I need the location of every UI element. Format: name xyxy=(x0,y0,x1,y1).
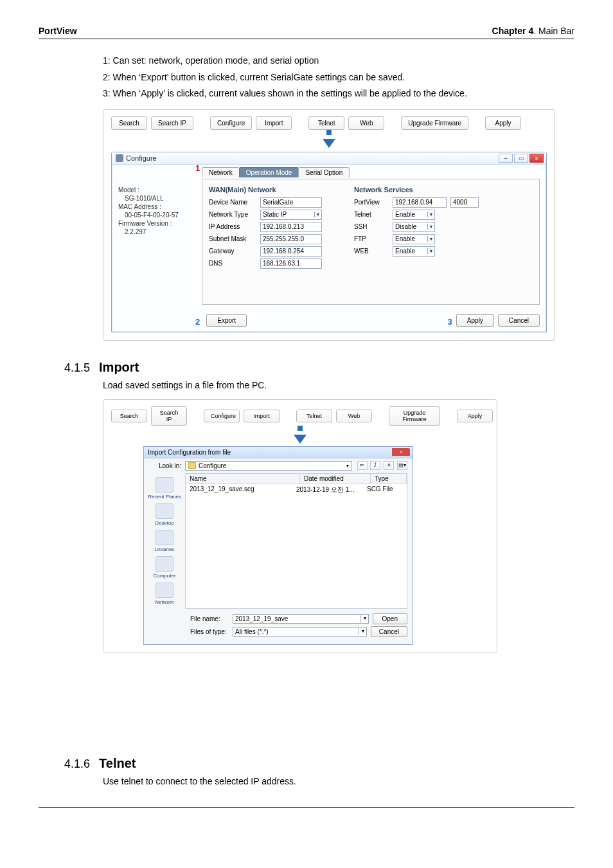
folder-icon xyxy=(188,462,196,469)
col-date[interactable]: Date modified xyxy=(300,474,371,484)
section-number-telnet: 4.1.6 xyxy=(64,757,90,771)
screenshot-import: Search Search IP Configure Import Telnet… xyxy=(103,399,497,653)
telnet-select[interactable]: Enable▾ xyxy=(393,210,435,220)
mask-input[interactable] xyxy=(260,234,322,244)
section-desc-import: Load saved settings in a file from the P… xyxy=(103,380,574,390)
section-telnet-heading: 4.1.6 Telnet xyxy=(64,756,574,771)
model-value: SG-1010/ALL xyxy=(118,195,197,202)
annotation-2: 2 xyxy=(195,317,200,327)
search-button[interactable]: Search xyxy=(111,410,147,422)
ssh-select[interactable]: Disable▾ xyxy=(393,222,435,232)
close-button[interactable]: x xyxy=(529,154,544,163)
back-icon[interactable]: ⇐ xyxy=(357,461,368,470)
dialog-title-bar: Configure – ▭ x xyxy=(112,152,546,165)
web-button[interactable]: Web xyxy=(336,410,372,422)
place-libraries[interactable]: Libraries xyxy=(155,530,175,552)
file-item[interactable]: 2013_12_19_save.scg 2013-12-19 오전 1... S… xyxy=(186,484,407,496)
arrow-down-icon xyxy=(294,435,306,444)
export-button[interactable]: Export xyxy=(206,314,247,327)
gw-input[interactable] xyxy=(260,246,322,257)
section-import-heading: 4.1.5 Import xyxy=(64,360,574,375)
file-list-header: Name Date modified Type xyxy=(186,474,407,484)
filetype-label: Files of type: xyxy=(190,628,229,635)
wan-heading: WAN(Main) Network xyxy=(209,186,322,194)
dns-input[interactable] xyxy=(260,258,322,269)
chevron-down-icon: ▾ xyxy=(427,212,432,217)
computer-icon xyxy=(155,556,173,572)
file-dialog-title: Import Configuration from file xyxy=(148,449,231,456)
import-button[interactable]: Import xyxy=(244,410,280,422)
nettype-select[interactable]: Static IP▾ xyxy=(260,210,322,220)
upgrade-firmware-button[interactable]: Upgrade Firmware xyxy=(401,116,468,130)
apply-button-top[interactable]: Apply xyxy=(457,410,493,422)
mac-value: 00-05-F4-00-20-57 xyxy=(118,212,197,219)
col-type[interactable]: Type xyxy=(371,474,407,484)
file-dialog-footer: File name: 2013_12_19_save▾ Open Files o… xyxy=(144,609,413,644)
open-button[interactable]: Open xyxy=(373,613,407,624)
telnet-button[interactable]: Telnet xyxy=(296,410,332,422)
portview-ip-input[interactable] xyxy=(393,197,447,208)
chapter-rest: . Main Bar xyxy=(533,26,574,36)
minimize-button[interactable]: – xyxy=(499,154,513,163)
file-list: Name Date modified Type 2013_12_19_save.… xyxy=(185,473,407,609)
configure-button[interactable]: Configure xyxy=(210,116,252,130)
place-network[interactable]: Network xyxy=(155,583,173,605)
web-select[interactable]: Enable▾ xyxy=(393,246,435,257)
devname-input[interactable] xyxy=(260,197,322,208)
web-svc-value: Enable xyxy=(395,248,415,255)
main-toolbar: Search Search IP Configure Import Telnet… xyxy=(111,116,547,130)
dialog-title: Configure xyxy=(126,154,157,162)
cancel-button[interactable]: Cancel xyxy=(371,626,407,637)
chevron-down-icon: ▾ xyxy=(427,224,432,230)
search-ip-button[interactable]: Search IP xyxy=(151,116,193,130)
tab-network[interactable]: Network xyxy=(202,167,240,177)
filename-label: File name: xyxy=(190,615,229,622)
ip-input[interactable] xyxy=(260,222,322,232)
nettype-value: Static IP xyxy=(263,211,287,218)
intro-line-1: 1: Can set: network, operation mode, and… xyxy=(103,55,549,68)
screenshot-configure: Search Search IP Configure Import Telnet… xyxy=(103,109,555,341)
new-folder-icon[interactable]: ✳ xyxy=(384,461,394,470)
lookin-value: Configure xyxy=(199,462,344,469)
section-title-telnet: Telnet xyxy=(99,756,136,771)
close-button[interactable]: x xyxy=(392,448,410,456)
chevron-down-icon: ▾ xyxy=(360,615,366,622)
place-computer[interactable]: Computer xyxy=(153,556,175,579)
file-dialog-title-bar: Import Configuration from file x xyxy=(144,447,413,458)
lookin-select[interactable]: Configure ▾ xyxy=(185,461,352,471)
tab-serial-option[interactable]: Serial Option xyxy=(298,167,350,177)
page-header: PortView Chapter 4. Main Bar xyxy=(39,26,574,39)
place-desktop[interactable]: Desktop xyxy=(155,503,173,526)
search-button[interactable]: Search xyxy=(111,116,147,130)
place-recent[interactable]: Recent Places xyxy=(148,477,181,500)
chevron-down-icon: ▾ xyxy=(427,236,432,242)
nettype-label: Network Type xyxy=(209,211,256,218)
filetype-select[interactable]: All files (*.*)▾ xyxy=(233,627,367,637)
col-name[interactable]: Name xyxy=(186,474,300,484)
web-button[interactable]: Web xyxy=(348,116,384,130)
dialog-body: 1 Network Operation Mode Serial Option M… xyxy=(112,165,546,332)
ftp-select[interactable]: Enable▾ xyxy=(393,234,435,244)
annotation-1: 1 xyxy=(195,163,200,173)
up-icon[interactable]: ⤴ xyxy=(370,461,380,470)
maximize-button[interactable]: ▭ xyxy=(514,154,528,163)
wan-column: WAN(Main) Network Device Name Network Ty… xyxy=(209,186,322,298)
fw-label: Firmware Version : xyxy=(118,220,197,227)
cancel-button[interactable]: Cancel xyxy=(498,314,540,327)
search-ip-button[interactable]: Search IP xyxy=(151,406,187,426)
chevron-down-icon: ▾ xyxy=(427,248,432,254)
tab-operation-mode[interactable]: Operation Mode xyxy=(239,167,299,177)
fw-value: 2.2.297 xyxy=(118,228,197,235)
view-menu-icon[interactable]: ▤▾ xyxy=(397,461,407,470)
filename-input[interactable]: 2013_12_19_save▾ xyxy=(233,614,369,624)
upgrade-firmware-button[interactable]: Upgrade Firmware xyxy=(389,406,440,426)
import-button[interactable]: Import xyxy=(256,116,292,130)
dns-label: DNS xyxy=(209,260,256,267)
portview-port-input[interactable] xyxy=(450,197,479,208)
apply-button[interactable]: Apply xyxy=(456,314,494,327)
section-number-import: 4.1.5 xyxy=(64,361,90,375)
configure-button[interactable]: Configure xyxy=(204,410,240,422)
apply-button-top[interactable]: Apply xyxy=(485,116,521,130)
chevron-down-icon: ▾ xyxy=(359,628,364,635)
telnet-button[interactable]: Telnet xyxy=(308,116,344,130)
